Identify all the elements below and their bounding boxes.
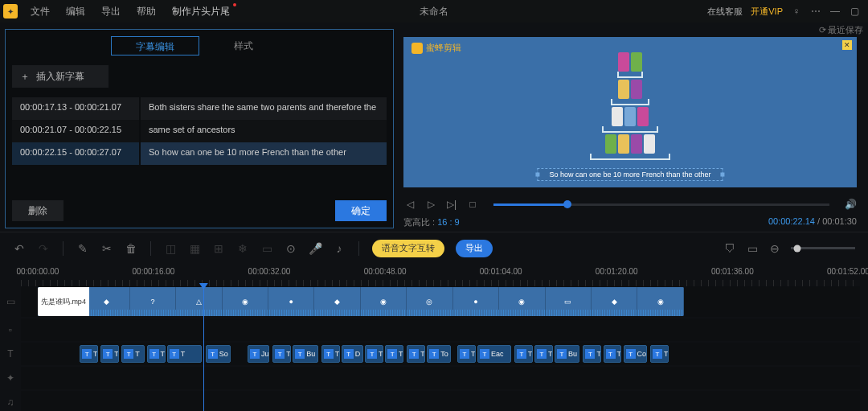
audio-track-icon[interactable]: ♫	[0, 391, 21, 411]
crop-icon[interactable]: ◫	[164, 242, 177, 255]
edit-icon[interactable]: ✎	[76, 242, 89, 255]
tab-subtitle-edit[interactable]: 字幕编辑	[111, 36, 199, 55]
insert-subtitle-button[interactable]: ＋ 插入新字幕	[12, 65, 108, 88]
video-preview[interactable]: 蜜蜂剪辑 ✕ So how can one be 10 more French …	[403, 37, 857, 187]
subtitle-row[interactable]: 00:00:21.07 - 00:00:22.15 same set of an…	[12, 120, 387, 142]
audio-icon[interactable]: ♪	[333, 242, 346, 255]
link-vip[interactable]: 开通VIP	[751, 6, 783, 18]
zoom-knob[interactable]	[794, 245, 801, 252]
video-track-icon[interactable]: ▭	[0, 286, 21, 317]
recent-save-label[interactable]: 最近保存	[819, 24, 863, 36]
export-button[interactable]: 导出	[456, 240, 493, 257]
audio-track-body[interactable]	[21, 391, 860, 411]
text-clip[interactable]: TT	[457, 345, 476, 363]
text-clip[interactable]: TT	[321, 345, 340, 363]
text-clip-label: T	[93, 350, 98, 358]
text-clip-label: T	[596, 350, 601, 358]
ruler-label: 00:01:52.00	[827, 267, 868, 276]
text-clip[interactable]: TTo	[427, 345, 450, 363]
menu-help[interactable]: 帮助	[129, 2, 164, 22]
cut-icon[interactable]: ✂	[100, 242, 113, 255]
trash-icon[interactable]: 🗑	[125, 242, 137, 255]
overlay-track-icon[interactable]: ▫	[0, 319, 21, 341]
text-clip[interactable]: TT	[604, 345, 622, 363]
progress-bar[interactable]	[493, 203, 829, 206]
video-track-body[interactable]: 先是谁吗.mp4 ◉◆?△◉●◆◉◎●◉▭◆◉	[21, 286, 860, 317]
text-clip[interactable]: TD	[342, 345, 363, 363]
text-clip[interactable]: TT	[121, 345, 145, 363]
mosaic-icon[interactable]: ▦	[188, 242, 201, 255]
next-frame-icon[interactable]: ▷|	[445, 198, 458, 211]
text-clip[interactable]: TT	[534, 345, 553, 363]
undo-icon[interactable]: ↶	[13, 242, 26, 255]
redo-icon[interactable]: ↷	[37, 242, 50, 255]
volume-icon[interactable]: 🔊	[844, 198, 857, 211]
text-track-body[interactable]: TTTTTTTTTTTSoTJuTTTBuTTTDTTTTTTTToTTTEac…	[21, 343, 860, 365]
zoom-icon[interactable]: ⊞	[212, 242, 225, 255]
snapshot-icon[interactable]: ▭	[260, 242, 273, 255]
text-clip[interactable]: TT	[167, 345, 203, 363]
text-clip[interactable]: TT	[514, 345, 533, 363]
video-clip[interactable]: 先是谁吗.mp4 ◉◆?△◉●◆◉◎●◉▭◆◉	[38, 287, 684, 316]
menu-file[interactable]: 文件	[23, 2, 58, 22]
shield-icon[interactable]: ⛉	[723, 242, 736, 255]
main-menu: 文件 编辑 导出 帮助 制作片头片尾	[23, 2, 238, 22]
text-clip[interactable]: TT	[385, 345, 403, 363]
screen-icon[interactable]: ▭	[746, 242, 759, 255]
play-icon[interactable]: ▷	[424, 198, 437, 211]
text-clip[interactable]: TT	[80, 345, 98, 363]
time-ruler[interactable]: 00:00:00.0000:00:16.0000:00:32.0000:00:4…	[21, 267, 860, 286]
menu-titles[interactable]: 制作片头片尾	[164, 2, 238, 22]
menu-edit[interactable]: 编辑	[58, 2, 93, 22]
transition-track-body[interactable]	[21, 367, 860, 389]
transition-track-icon[interactable]: ✦	[0, 367, 21, 389]
freeze-icon[interactable]: ❄	[236, 242, 249, 255]
text-clip[interactable]: TT	[272, 345, 291, 363]
mic-icon[interactable]: 🎤	[309, 242, 321, 255]
toolbar: ↶ ↷ ✎ ✂ 🗑 ◫ ▦ ⊞ ❄ ▭ ⊙ 🎤 ♪ 语音文字互转 导出 ⛉ ▭ …	[0, 232, 868, 264]
menu-export[interactable]: 导出	[93, 2, 129, 22]
text-clip[interactable]: TT	[583, 345, 601, 363]
delete-button[interactable]: 删除	[12, 200, 63, 221]
text-clip-label: D	[355, 350, 361, 358]
confirm-button[interactable]: 确定	[335, 200, 387, 221]
text-clip[interactable]: TT	[365, 345, 383, 363]
playhead[interactable]	[203, 286, 204, 411]
minimize-icon[interactable]: —	[829, 6, 841, 17]
text-icon: T	[124, 349, 133, 359]
speed-icon[interactable]: ⊙	[285, 242, 297, 255]
maximize-icon[interactable]: ▢	[849, 6, 860, 17]
stop-icon[interactable]: □	[466, 198, 479, 211]
progress-knob[interactable]	[563, 200, 571, 208]
more-icon[interactable]: ⋯	[810, 6, 821, 17]
zoom-slider[interactable]	[791, 247, 855, 249]
subtitle-text: So how can one be 10 more French than th…	[141, 142, 387, 165]
text-clip[interactable]: TT	[407, 345, 425, 363]
user-icon[interactable]: ♀	[791, 6, 802, 17]
text-clip[interactable]: TT	[147, 345, 166, 363]
text-track: T TTTTTTTTTTTSoTJuTTTBuTTTDTTTTTTTToTTTE…	[0, 343, 860, 365]
text-track-icon[interactable]: T	[0, 343, 21, 365]
voice-text-button[interactable]: 语音文字互转	[372, 240, 444, 257]
close-watermark-icon[interactable]: ✕	[842, 40, 852, 50]
text-clip[interactable]: TJu	[248, 345, 269, 363]
subtitle-row[interactable]: 00:00:17.13 - 00:00:21.07 Both sisters s…	[12, 97, 387, 120]
preview-caption[interactable]: So how can one be 10 more French than th…	[537, 168, 723, 181]
app-logo-icon: ✦	[3, 4, 18, 18]
tab-subtitle-style[interactable]: 样式	[199, 36, 288, 55]
text-clip[interactable]: TEac	[477, 345, 511, 363]
text-icon: T	[208, 349, 218, 359]
text-clip[interactable]: TCo	[624, 345, 647, 363]
overlay-track-body[interactable]	[21, 319, 860, 341]
link-service[interactable]: 在线客服	[707, 6, 743, 18]
prev-frame-icon[interactable]: ◁	[403, 198, 416, 211]
text-clip[interactable]: TT	[100, 345, 119, 363]
text-clip[interactable]: TSo	[206, 345, 231, 363]
subtitle-row-selected[interactable]: 00:00:22.15 - 00:00:27.07 So how can one…	[12, 142, 387, 165]
text-clip[interactable]: TT	[650, 345, 669, 363]
text-clip[interactable]: TBu	[555, 345, 579, 363]
subtitle-text: same set of ancestors	[141, 120, 387, 142]
preview-illustration	[574, 52, 686, 173]
text-clip[interactable]: TBu	[293, 345, 317, 363]
fit-icon[interactable]: ⊖	[768, 242, 781, 255]
